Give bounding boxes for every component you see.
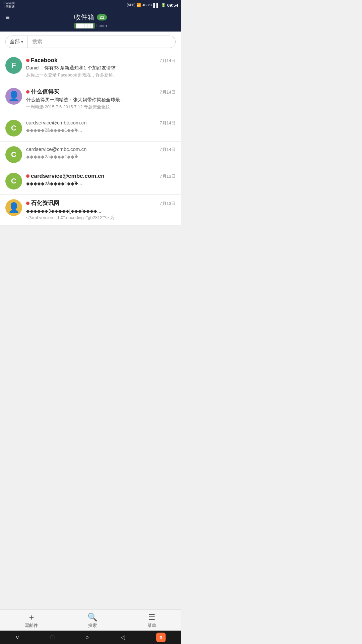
- email-highlight: ██████: [74, 23, 95, 29]
- signal-2g: 2G: [148, 3, 152, 7]
- search-placeholder: 搜索: [32, 39, 42, 44]
- sender-name-6: 石化资讯网: [26, 199, 59, 207]
- sender-name-4: cardservice@cmbc.com.cn: [26, 146, 86, 152]
- email-content-6: 石化资讯网 7月13日 ◆◆◆◆◆◆3◆◆◆◆◆[◆◆◆'◆◆◆◆... <?x…: [26, 199, 176, 221]
- unread-dot-6: [26, 202, 29, 205]
- filter-dropdown[interactable]: 全部 ▾: [5, 36, 27, 48]
- clock: 09:54: [167, 3, 178, 8]
- email-header-row-2: 什么值得买 7月14日: [26, 88, 176, 96]
- email-date-5: 7月13日: [160, 173, 176, 179]
- status-right: NFC 📶 4G 2G ▌▌ 🔋 09:54: [127, 3, 178, 8]
- unread-badge: 21: [97, 14, 107, 20]
- email-date-4: 7月14日: [160, 147, 176, 153]
- carrier2: 中国联通: [3, 5, 15, 9]
- sender-name-1: Facebook: [26, 57, 57, 64]
- email-subject-6: ◆◆◆◆◆◆3◆◆◆◆◆[◆◆◆'◆◆◆◆...: [26, 208, 176, 214]
- unread-dot-1: [26, 59, 29, 62]
- search-bar: 全部 ▾ 搜索: [0, 32, 181, 52]
- email-content-2: 什么值得买 7月14日 什么值得买一周精选：张大妈带你揭秘全球最... 一周精选…: [26, 88, 176, 110]
- email-item-5[interactable]: C cardservice@cmbc.com.cn 7月13日 ◆◆◆◆◆2ã◆…: [0, 168, 181, 195]
- unread-dot-5: [26, 174, 29, 178]
- app-header: ≡ 收件箱 21 ██████ l.com: [0, 10, 181, 32]
- avatar-5: C: [5, 173, 22, 190]
- email-header-row-6: 石化资讯网 7月13日: [26, 199, 176, 207]
- email-subject-4: ◆◆◆◆◆2ã◆◆◆◆1◆◆ۜ◆...: [26, 154, 176, 160]
- email-subject-1: Daniel，你有33 条新通知和1 个加好友请求: [26, 65, 176, 71]
- signal-4g: 4G: [142, 3, 146, 7]
- header-email: ██████ l.com: [74, 23, 107, 28]
- email-date-3: 7月14日: [160, 120, 176, 126]
- email-preview-6: <?xml version="1.0" encoding="gb2312"?> …: [26, 215, 176, 221]
- email-header-row-3: cardservice@cmbc.com.cn 7月14日: [26, 120, 176, 126]
- email-domain: l.com: [97, 23, 107, 28]
- battery-icon: 🔋: [161, 3, 166, 7]
- signal-bars: ▌▌: [153, 3, 159, 8]
- email-subject-5: ◆◆◆◆◆2ã◆◆◆◆1◆◆ۜ◆...: [26, 181, 176, 186]
- email-item-1[interactable]: F Facebook 7月14日 Daniel，你有33 条新通知和1 个加好友…: [0, 52, 181, 83]
- email-item-3[interactable]: C cardservice@cmbc.com.cn 7月14日 ◆◆◆◆◆2ã◆…: [0, 115, 181, 142]
- sender-name-2: 什么值得买: [26, 88, 59, 96]
- email-preview-1: 从你上一次登录 Facebook 到现在，许多新鲜...: [26, 72, 176, 78]
- nfc-icon: NFC: [127, 3, 135, 7]
- search-input[interactable]: 搜索: [27, 36, 176, 48]
- avatar-4: C: [5, 146, 22, 163]
- email-header-row-4: cardservice@cmbc.com.cn 7月14日: [26, 146, 176, 153]
- sender-name-5: cardservice@cmbc.com.cn: [26, 173, 105, 179]
- header-title: 收件箱 21: [74, 13, 107, 22]
- menu-icon[interactable]: ≡: [5, 13, 10, 22]
- avatar-6: 👤: [5, 199, 22, 216]
- inbox-title: 收件箱: [74, 13, 94, 22]
- email-item-2[interactable]: 👤 什么值得买 7月14日 什么值得买一周精选：张大妈带你揭秘全球最... 一周…: [0, 83, 181, 115]
- chevron-down-icon: ▾: [21, 40, 23, 44]
- email-date-1: 7月14日: [160, 58, 176, 64]
- email-content-3: cardservice@cmbc.com.cn 7月14日 ◆◆◆◆◆2ã◆◆◆…: [26, 120, 176, 134]
- avatar-3: C: [5, 120, 22, 137]
- email-subject-2: 什么值得买一周精选：张大妈带你揭秘全球最...: [26, 97, 176, 103]
- filter-label: 全部: [10, 39, 20, 45]
- carrier-info: 中国电信 中国联通: [3, 1, 15, 9]
- email-header-row-1: Facebook 7月14日: [26, 57, 176, 64]
- sender-name-3: cardservice@cmbc.com.cn: [26, 120, 86, 125]
- header-row: ≡ 收件箱 21: [5, 13, 176, 22]
- email-item-4[interactable]: C cardservice@cmbc.com.cn 7月14日 ◆◆◆◆◆2ã◆…: [0, 142, 181, 168]
- email-preview-2: 一周精选 2015.7.6-2015.7.12 专题安全驱蚊，...: [26, 104, 176, 110]
- unread-dot-2: [26, 90, 29, 94]
- email-content-5: cardservice@cmbc.com.cn 7月13日 ◆◆◆◆◆2ã◆◆◆…: [26, 173, 176, 187]
- email-date-2: 7月14日: [160, 89, 176, 95]
- avatar-1: F: [5, 57, 22, 74]
- status-bar: 中国电信 中国联通 NFC 📶 4G 2G ▌▌ 🔋 09:54: [0, 0, 181, 10]
- email-content-1: Facebook 7月14日 Daniel，你有33 条新通知和1 个加好友请求…: [26, 57, 176, 78]
- email-content-4: cardservice@cmbc.com.cn 7月14日 ◆◆◆◆◆2ã◆◆◆…: [26, 146, 176, 161]
- email-subject-3: ◆◆◆◆◆2ã◆◆◆◆1◆◆ۜ◆...: [26, 127, 176, 133]
- email-item-6[interactable]: 👤 石化资讯网 7月13日 ◆◆◆◆◆◆3◆◆◆◆◆[◆◆◆'◆◆◆◆... <…: [0, 195, 181, 226]
- avatar-2: 👤: [5, 88, 22, 105]
- carrier1: 中国电信: [3, 1, 15, 5]
- email-list: F Facebook 7月14日 Daniel，你有33 条新通知和1 个加好友…: [0, 52, 181, 226]
- email-date-6: 7月13日: [160, 201, 176, 207]
- wifi-icon: 📶: [136, 3, 141, 7]
- email-header-row-5: cardservice@cmbc.com.cn 7月13日: [26, 173, 176, 179]
